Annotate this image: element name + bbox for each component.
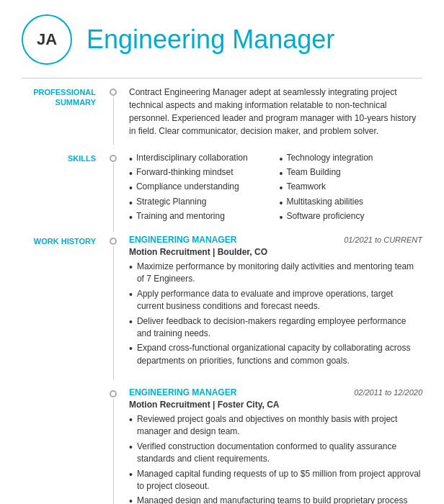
bullet-text: Verified construction documentation conf… bbox=[137, 441, 422, 466]
bullet-text: Apply performance data to evaluate and i… bbox=[137, 288, 422, 313]
avatar-initials: JA bbox=[37, 30, 57, 49]
skills-timeline bbox=[105, 152, 122, 232]
bullet-icon: • bbox=[280, 153, 283, 166]
resume-container: JA Engineering Manager PROFESSIONALSUMMA… bbox=[0, 0, 444, 504]
work-history-section-2: ENGINEERING MANAGER 02/2011 to 12/2020 M… bbox=[22, 387, 422, 504]
skills-col-left: • Interdisciplinary collaboration • Forw… bbox=[129, 152, 272, 225]
skills-line bbox=[113, 163, 114, 232]
bullet-text: Reviewed project goals and objectives on… bbox=[137, 413, 422, 438]
skill-item: • Interdisciplinary collaboration bbox=[129, 152, 272, 166]
skill-item: • Multitasking abilities bbox=[280, 196, 423, 210]
work-header-2: ENGINEERING MANAGER 02/2011 to 12/2020 bbox=[129, 387, 422, 397]
bullet-icon: • bbox=[129, 197, 133, 210]
bullet-icon: • bbox=[280, 167, 283, 180]
work-header-1: ENGINEERING MANAGER 01/2021 to CURRENT bbox=[129, 235, 422, 245]
summary-content: Contract Engineering Manager adept at se… bbox=[122, 86, 422, 145]
skill-text: Technology integration bbox=[286, 153, 373, 163]
work-bullet-item: • Managed capital funding requests of up… bbox=[129, 468, 422, 493]
work-line-2 bbox=[113, 399, 114, 504]
skill-text: Teamwork bbox=[286, 181, 326, 192]
skill-text: Compliance understanding bbox=[136, 181, 239, 192]
bullet-icon: • bbox=[129, 315, 133, 328]
avatar: JA bbox=[22, 14, 72, 65]
skills-label: SKILLS bbox=[68, 153, 96, 163]
skill-text: Forward-thinking mindset bbox=[136, 167, 234, 177]
work-content-2: ENGINEERING MANAGER 02/2011 to 12/2020 M… bbox=[122, 387, 422, 504]
bullet-text: Deliver feedback to decision-makers rega… bbox=[137, 315, 422, 341]
header-divider bbox=[22, 78, 422, 78]
skill-item: • Team Building bbox=[280, 166, 423, 181]
work-bullet-item: • Reviewed project goals and objectives … bbox=[129, 413, 422, 438]
work-content: ENGINEERING MANAGER 01/2021 to CURRENT M… bbox=[122, 235, 422, 380]
work-dot-1 bbox=[110, 238, 117, 245]
work-line-1 bbox=[113, 246, 114, 380]
summary-dot bbox=[110, 89, 117, 96]
work-label-col-2 bbox=[22, 387, 105, 504]
work-dot-2 bbox=[110, 390, 117, 397]
work-bullet-item: • Apply performance data to evaluate and… bbox=[129, 288, 422, 313]
bullet-icon: • bbox=[129, 211, 133, 224]
company-location-2: Motion Recruitment | Foster City, CA bbox=[129, 400, 422, 410]
company-location-1: Motion Recruitment | Boulder, CO bbox=[129, 247, 422, 257]
skill-text: Interdisciplinary collaboration bbox=[136, 153, 248, 163]
summary-timeline bbox=[105, 86, 122, 145]
skill-text: Software proficiency bbox=[286, 211, 364, 221]
bullet-icon: • bbox=[280, 211, 283, 224]
summary-line bbox=[113, 97, 114, 145]
header: JA Engineering Manager bbox=[22, 14, 422, 65]
skill-item: • Teamwork bbox=[280, 181, 423, 195]
work-bullet-item: • Managed design and manufacturing teams… bbox=[129, 495, 422, 504]
skills-dot bbox=[110, 155, 117, 162]
summary-label: PROFESSIONALSUMMARY bbox=[33, 87, 96, 108]
skill-item: • Technology integration bbox=[280, 152, 423, 166]
bullet-icon: • bbox=[129, 288, 133, 301]
bullet-icon: • bbox=[129, 261, 133, 274]
work-label: WORK HISTORY bbox=[34, 236, 96, 246]
work-timeline-2 bbox=[105, 387, 122, 504]
work-history-section: WORK HISTORY ENGINEERING MANAGER 01/2021… bbox=[22, 235, 422, 380]
skills-content: • Interdisciplinary collaboration • Forw… bbox=[122, 152, 422, 232]
skills-label-col: SKILLS bbox=[22, 152, 105, 232]
skill-text: Multitasking abilities bbox=[286, 197, 363, 207]
bullet-icon: • bbox=[280, 181, 283, 194]
skill-item: • Compliance understanding bbox=[129, 181, 272, 195]
work-bullet-item: • Maximize performance by monitoring dai… bbox=[129, 261, 422, 286]
bullet-icon: • bbox=[129, 181, 133, 194]
bullet-icon: • bbox=[129, 342, 133, 355]
bullet-icon: • bbox=[129, 441, 133, 454]
skill-text: Training and mentoring bbox=[136, 211, 225, 221]
job-title-2: ENGINEERING MANAGER bbox=[129, 387, 236, 397]
work-bullet-item: • Deliver feedback to decision-makers re… bbox=[129, 315, 422, 341]
work-bullets-2: • Reviewed project goals and objectives … bbox=[129, 413, 422, 504]
work-bullet-item: • Verified construction documentation co… bbox=[129, 441, 422, 466]
work-bullet-item: • Expand cross-functional organizational… bbox=[129, 342, 422, 367]
bullet-icon: • bbox=[129, 167, 133, 180]
bullet-icon: • bbox=[129, 468, 133, 481]
work-entry-1: ENGINEERING MANAGER 01/2021 to CURRENT M… bbox=[129, 235, 422, 367]
work-bullets-1: • Maximize performance by monitoring dai… bbox=[129, 261, 422, 367]
bullet-icon: • bbox=[129, 413, 133, 426]
summary-label-col: PROFESSIONALSUMMARY bbox=[22, 86, 105, 145]
job-dates-1: 01/2021 to CURRENT bbox=[344, 235, 422, 244]
skill-item: • Training and mentoring bbox=[129, 210, 272, 225]
work-entry-2: ENGINEERING MANAGER 02/2011 to 12/2020 M… bbox=[129, 387, 422, 504]
skill-text: Strategic Planning bbox=[136, 197, 206, 207]
job-title-1: ENGINEERING MANAGER bbox=[129, 235, 236, 245]
bullet-text: Expand cross-functional organizational c… bbox=[137, 342, 422, 367]
bullet-text: Managed capital funding requests of up t… bbox=[137, 468, 422, 493]
skills-col-right: • Technology integration • Team Building… bbox=[280, 152, 423, 225]
skill-text: Team Building bbox=[286, 167, 340, 177]
summary-text: Contract Engineering Manager adept at se… bbox=[129, 86, 422, 138]
bullet-icon: • bbox=[280, 197, 283, 210]
bullet-text: Maximize performance by monitoring daily… bbox=[137, 261, 422, 286]
skill-item: • Strategic Planning bbox=[129, 196, 272, 210]
work-label-col: WORK HISTORY bbox=[22, 235, 105, 380]
bullet-icon: • bbox=[129, 495, 133, 504]
bullet-text: Managed design and manufacturing teams t… bbox=[137, 495, 422, 504]
bullet-icon: • bbox=[129, 153, 133, 166]
skill-item: • Forward-thinking mindset bbox=[129, 166, 272, 181]
summary-section: PROFESSIONALSUMMARY Contract Engineering… bbox=[22, 86, 422, 145]
page-title: Engineering Manager bbox=[86, 24, 334, 55]
skills-grid: • Interdisciplinary collaboration • Forw… bbox=[129, 152, 422, 225]
work-timeline bbox=[105, 235, 122, 380]
